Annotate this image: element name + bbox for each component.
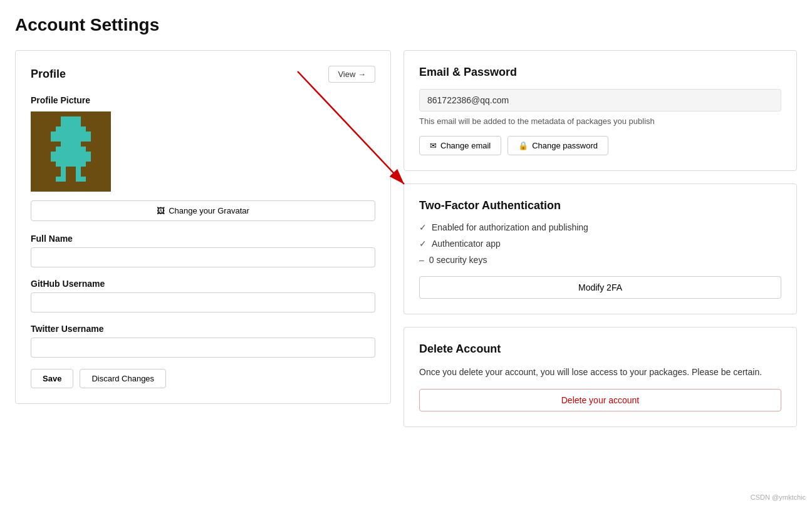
svg-rect-8: [86, 152, 91, 162]
profile-actions: Save Discard Changes: [31, 369, 375, 388]
save-button[interactable]: Save: [31, 369, 73, 388]
email-display: 861722386@qq.com: [419, 89, 781, 111]
avatar-image: [31, 111, 111, 192]
full-name-label: Full Name: [31, 234, 375, 244]
github-username-group: GitHub Username: [31, 279, 375, 312]
change-gravatar-button[interactable]: 🖼 Change your Gravatar: [31, 200, 375, 221]
svg-rect-12: [76, 177, 86, 182]
modify-2fa-button[interactable]: Modify 2FA: [419, 276, 781, 299]
svg-rect-3: [51, 132, 56, 142]
tfa-title: Two-Factor Authentication: [419, 199, 561, 212]
svg-rect-2: [56, 126, 86, 142]
delete-account-button[interactable]: Delete your account: [419, 389, 781, 411]
profile-picture-label: Profile Picture: [31, 95, 375, 105]
lock-icon: 🔒: [518, 141, 528, 150]
svg-rect-7: [51, 152, 56, 162]
svg-rect-1: [61, 116, 81, 126]
tfa-item-enabled: ✓ Enabled for authorization and publishi…: [419, 222, 781, 232]
change-email-button[interactable]: ✉ Change email: [419, 136, 501, 155]
tfa-card: Two-Factor Authentication ✓: [403, 183, 797, 314]
github-username-label: GitHub Username: [31, 279, 375, 289]
delete-account-card: Delete Account Once you delete your acco…: [403, 327, 797, 427]
svg-rect-5: [61, 142, 81, 147]
full-name-group: Full Name: [31, 234, 375, 267]
profile-card-title: Profile: [31, 68, 66, 81]
profile-picture-section: Profile Picture: [31, 95, 375, 221]
delete-account-title: Delete Account: [419, 343, 501, 356]
avatar: [31, 111, 111, 192]
twitter-username-group: Twitter Username: [31, 324, 375, 358]
svg-rect-11: [56, 177, 66, 182]
email-icon: ✉: [430, 141, 437, 150]
profile-card: Profile View → Profile Picture: [15, 50, 391, 404]
tfa-item-security-keys: – 0 security keys: [419, 255, 781, 265]
svg-rect-6: [56, 147, 86, 167]
tfa-item-authenticator: ✓ Authenticator app: [419, 239, 781, 249]
full-name-input[interactable]: [31, 247, 375, 267]
discard-changes-button[interactable]: Discard Changes: [80, 369, 166, 388]
svg-rect-4: [86, 132, 91, 142]
delete-account-description: Once you delete your account, you will l…: [419, 366, 781, 379]
view-profile-button[interactable]: View →: [328, 66, 375, 83]
github-username-input[interactable]: [31, 292, 375, 312]
twitter-username-label: Twitter Username: [31, 324, 375, 334]
page-title: Account Settings: [15, 15, 797, 35]
email-password-card: Email & Password 861722386@qq.com This e…: [403, 50, 797, 171]
email-note: This email will be added to the metadata…: [419, 116, 781, 126]
email-password-actions: ✉ Change email 🔒 Change password: [419, 136, 781, 155]
twitter-username-input[interactable]: [31, 338, 375, 358]
change-password-button[interactable]: 🔒 Change password: [508, 136, 608, 155]
gravatar-icon: 🖼: [157, 206, 165, 215]
email-password-title: Email & Password: [419, 66, 517, 79]
